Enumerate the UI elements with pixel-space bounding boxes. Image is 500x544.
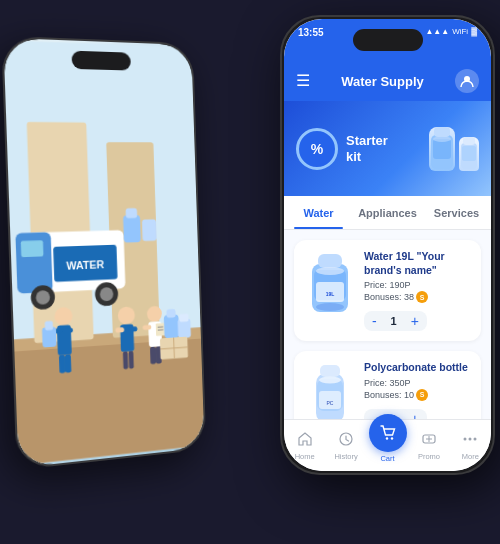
nav-home-label: Home: [295, 452, 315, 461]
bottom-nav: Home History: [284, 419, 491, 471]
nav-promo[interactable]: Promo: [408, 431, 449, 461]
product-price-bottle: Price: 350P: [364, 378, 471, 388]
product-bonus-bottle: Bonuses: 10 S: [364, 389, 471, 401]
promo-icon: [421, 431, 437, 450]
banner-text: Starter kit: [338, 133, 429, 164]
avatar-icon[interactable]: [455, 69, 479, 93]
scene: WATER: [0, 0, 500, 544]
status-icons: ▲▲▲ WiFi ▓: [425, 25, 477, 36]
nav-home[interactable]: Home: [284, 431, 325, 461]
product-tabs: Water Appliances Services: [284, 196, 491, 230]
svg-rect-27: [115, 327, 124, 332]
dynamic-island: [353, 29, 423, 51]
signal-icon: ▲▲▲: [425, 27, 449, 36]
promo-badge: %: [296, 128, 338, 170]
qty-plus-water[interactable]: +: [411, 314, 419, 328]
history-icon: [338, 431, 354, 450]
phone-right: 13:55 ▲▲▲ WiFi ▓ ☰ Water Supply: [280, 15, 495, 475]
product-name-water: Water 19L "Your brand's name": [364, 250, 471, 277]
bonus-icon-bottle: S: [416, 389, 428, 401]
bonus-text-bottle: Bonuses: 10: [364, 390, 414, 400]
phone-left: WATER: [1, 36, 206, 470]
nav-cart-label: Cart: [380, 454, 394, 463]
tab-water[interactable]: Water: [284, 196, 353, 229]
svg-rect-35: [150, 347, 156, 365]
svg-point-51: [433, 136, 451, 142]
left-phone-notch: [71, 51, 131, 71]
qty-control-water: - 1 +: [364, 311, 427, 331]
svg-point-69: [385, 437, 387, 439]
product-image-bottle: PC: [304, 361, 356, 421]
banner: % Starter kit: [284, 101, 491, 196]
percent-icon: %: [311, 141, 323, 157]
nav-cart[interactable]: Cart: [367, 428, 408, 463]
status-time: 13:55: [298, 25, 324, 38]
water-delivery-illustration: WATER: [3, 38, 204, 468]
more-icon: [462, 431, 478, 450]
product-list: 19L Water 19L "Your brand's name" Price:…: [284, 230, 491, 421]
svg-text:19L: 19L: [326, 291, 335, 297]
svg-rect-14: [123, 215, 141, 243]
tab-appliances[interactable]: Appliances: [353, 196, 422, 229]
product-info-bottle: Polycarbonate bottle Price: 350P Bonuses…: [364, 361, 471, 421]
svg-point-58: [316, 267, 344, 275]
product-image-water: 19L: [304, 250, 356, 315]
nav-history-label: History: [334, 452, 357, 461]
svg-rect-20: [63, 328, 73, 334]
svg-point-59: [316, 303, 344, 311]
svg-rect-21: [59, 355, 66, 373]
svg-rect-15: [126, 208, 138, 218]
svg-rect-7: [21, 240, 44, 257]
large-jug-image: [429, 127, 455, 171]
home-icon: [297, 431, 313, 450]
qty-value-water: 1: [387, 315, 401, 327]
svg-rect-33: [143, 325, 152, 330]
cart-icon[interactable]: [369, 414, 407, 452]
svg-point-65: [319, 376, 341, 383]
nav-promo-label: Promo: [418, 452, 440, 461]
svg-rect-24: [45, 321, 53, 330]
tab-services[interactable]: Services: [422, 196, 491, 229]
product-price-water: Price: 190P: [364, 280, 471, 290]
svg-rect-43: [179, 314, 188, 322]
svg-point-72: [464, 437, 467, 440]
right-phone-screen: 13:55 ▲▲▲ WiFi ▓ ☰ Water Supply: [284, 19, 491, 471]
svg-rect-49: [434, 127, 450, 137]
menu-icon[interactable]: ☰: [296, 73, 310, 89]
nav-more[interactable]: More: [450, 431, 491, 461]
svg-text:PC: PC: [327, 400, 334, 406]
product-card-water: 19L Water 19L "Your brand's name" Price:…: [294, 240, 481, 341]
battery-icon: ▓: [471, 27, 477, 36]
svg-rect-56: [318, 254, 342, 268]
svg-rect-22: [65, 355, 72, 373]
svg-rect-16: [142, 219, 157, 241]
qty-minus-water[interactable]: -: [372, 314, 377, 328]
svg-rect-41: [166, 309, 175, 318]
svg-point-73: [469, 437, 472, 440]
product-card-bottle: PC Polycarbonate bottle Price: 350P Bonu…: [294, 351, 481, 421]
svg-rect-54: [462, 146, 476, 161]
banner-jugs: [429, 127, 479, 171]
svg-rect-28: [129, 327, 138, 332]
left-phone-screen: WATER: [3, 38, 204, 468]
banner-line1: Starter: [346, 133, 421, 149]
svg-rect-63: [320, 365, 340, 377]
product-info-water: Water 19L "Your brand's name" Price: 190…: [364, 250, 471, 331]
bonus-text-water: Bonuses: 38: [364, 292, 414, 302]
svg-rect-53: [463, 137, 475, 145]
bonus-icon-water: S: [416, 291, 428, 303]
svg-rect-30: [129, 351, 134, 369]
nav-more-label: More: [462, 452, 479, 461]
svg-point-70: [390, 437, 392, 439]
product-bonus-water: Bonuses: 38 S: [364, 291, 471, 303]
product-name-bottle: Polycarbonate bottle: [364, 361, 471, 375]
small-jug-image: [459, 137, 479, 171]
header-title: Water Supply: [341, 74, 424, 89]
svg-point-74: [474, 437, 477, 440]
svg-text:WATER: WATER: [66, 258, 104, 272]
app-header: ☰ Water Supply: [284, 61, 491, 101]
svg-rect-29: [123, 351, 128, 369]
svg-rect-40: [164, 314, 179, 338]
wifi-icon: WiFi: [452, 27, 468, 36]
nav-history[interactable]: History: [325, 431, 366, 461]
